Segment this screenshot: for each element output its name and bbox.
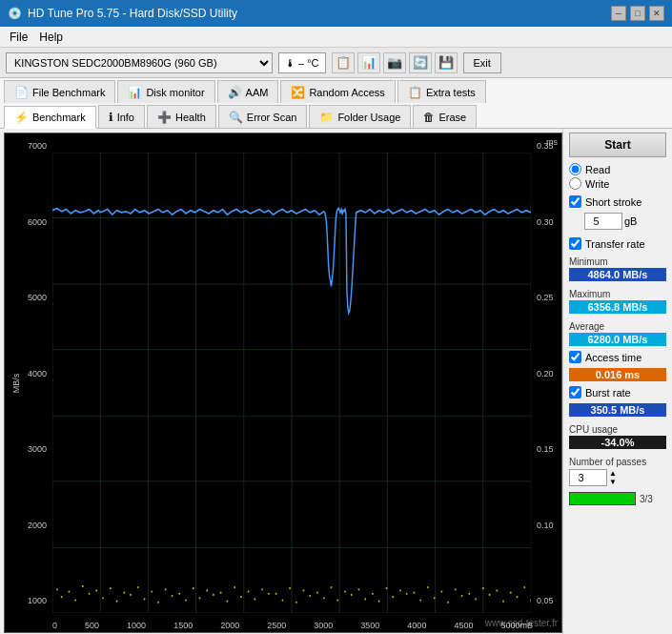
toolbar-icon-2[interactable]: 📊: [357, 52, 380, 73]
tab-folder-usage[interactable]: 📁 Folder Usage: [309, 105, 411, 128]
tab-file-benchmark[interactable]: 📄 File Benchmark: [4, 80, 115, 103]
svg-point-41: [364, 598, 366, 600]
y-label-1000: 1000: [7, 596, 51, 605]
access-time-checkbox[interactable]: [569, 351, 581, 363]
radio-read-row: Read: [569, 163, 666, 175]
burst-rate-checkbox[interactable]: [569, 386, 581, 399]
x-label-4000: 4000: [407, 621, 426, 630]
menu-file[interactable]: File: [4, 29, 33, 46]
svg-point-45: [419, 599, 421, 601]
svg-point-83: [455, 588, 457, 590]
tab-disk-monitor-label: Disk monitor: [146, 87, 204, 98]
progress-bar-container: 3/3: [569, 492, 666, 505]
passes-up-icon[interactable]: ▲▼: [609, 469, 617, 486]
average-label: Average: [569, 321, 666, 332]
svg-point-66: [220, 592, 222, 594]
burst-rate-label: Burst rate: [585, 387, 631, 399]
minimum-section: Minimum 4864.0 MB/s: [569, 254, 666, 282]
svg-point-88: [523, 586, 525, 588]
tab-error-scan[interactable]: 🔍 Error Scan: [218, 105, 308, 128]
y-label-2000: 2000: [7, 521, 51, 530]
tab-random-access-label: Random Access: [309, 87, 384, 98]
radio-write[interactable]: [569, 177, 581, 190]
x-label-4500: 4500: [454, 621, 473, 630]
toolbar-icon-3[interactable]: 📷: [383, 52, 406, 73]
x-label-2500: 2500: [267, 621, 286, 630]
disk-monitor-icon: 📊: [128, 86, 142, 99]
y-label-right-020: 0.20: [535, 369, 560, 378]
tab-erase[interactable]: 🗑 Erase: [413, 105, 477, 128]
radio-group: Read Write: [569, 163, 666, 190]
svg-point-76: [358, 588, 360, 590]
chart-area: MB/s 7000 6000 5000 4000 3000 2000 1000 …: [4, 133, 562, 633]
exit-button[interactable]: Exit: [463, 52, 501, 73]
tab-aam[interactable]: 🔊 AAM: [217, 80, 279, 103]
random-access-icon: 🔀: [291, 86, 305, 99]
short-stroke-checkbox[interactable]: [569, 195, 581, 208]
short-stroke-label: Short stroke: [585, 196, 641, 208]
tab-health[interactable]: ➕ Health: [147, 105, 216, 128]
y-axis-right-label: ms: [546, 137, 558, 147]
y-label-right-025: 0.25: [535, 293, 560, 302]
passes-input[interactable]: [569, 469, 607, 486]
x-label-3000: 3000: [314, 621, 333, 630]
svg-point-77: [372, 593, 374, 595]
svg-point-25: [144, 598, 146, 600]
svg-point-46: [434, 597, 436, 599]
radio-read[interactable]: [569, 163, 581, 175]
toolbar-icons: 📋 📊 📷 🔄 💾: [332, 52, 458, 73]
svg-point-62: [165, 588, 167, 590]
toolbar-icon-5[interactable]: 💾: [435, 52, 458, 73]
svg-point-44: [406, 593, 408, 595]
tab-benchmark[interactable]: ⚡ Benchmark: [4, 106, 96, 129]
access-time-row: Access time: [569, 351, 666, 363]
radio-write-label: Write: [585, 178, 609, 190]
svg-point-31: [226, 601, 228, 603]
tab-file-benchmark-label: File Benchmark: [32, 87, 105, 98]
start-button[interactable]: Start: [569, 133, 666, 157]
minimum-value: 4864.0 MB/s: [569, 268, 666, 281]
window-title: HD Tune Pro 5.75 - Hard Disk/SSD Utility: [28, 7, 237, 20]
y-label-5000: 5000: [7, 293, 51, 302]
maximum-value: 6356.8 MB/s: [569, 300, 666, 314]
maximum-label: Maximum: [569, 289, 666, 299]
svg-point-65: [206, 589, 208, 591]
tab-random-access[interactable]: 🔀 Random Access: [280, 80, 395, 103]
benchmark-icon: ⚡: [14, 111, 29, 124]
svg-point-72: [303, 589, 305, 591]
svg-point-38: [323, 597, 325, 599]
watermark: www.ssd-tester.fr: [485, 618, 558, 628]
svg-point-87: [510, 592, 512, 594]
cpu-usage-label: CPU usage: [569, 424, 666, 435]
svg-point-28: [185, 599, 187, 601]
tab-info[interactable]: ℹ Info: [98, 105, 145, 128]
temp-display: 🌡 – °C: [278, 52, 326, 73]
toolbar-icon-1[interactable]: 📋: [332, 52, 355, 73]
maximize-button[interactable]: □: [630, 6, 645, 21]
tab-row-2: ⚡ Benchmark ℹ Info ➕ Health 🔍 Error Scan…: [0, 103, 672, 128]
drive-select[interactable]: KINGSTON SEDC2000BM8960G (960 GB): [6, 52, 273, 73]
transfer-rate-checkbox[interactable]: [569, 237, 581, 250]
svg-point-26: [157, 602, 159, 603]
tab-disk-monitor[interactable]: 📊 Disk monitor: [117, 80, 214, 103]
passes-row: ▲▼: [569, 469, 666, 486]
svg-point-21: [89, 593, 91, 595]
svg-point-59: [123, 592, 125, 594]
svg-point-24: [130, 594, 132, 596]
short-stroke-input[interactable]: [584, 213, 622, 230]
svg-point-75: [344, 590, 346, 592]
menu-help[interactable]: Help: [33, 29, 69, 46]
cpu-usage-value: -34.0%: [569, 436, 666, 449]
tab-folder-usage-label: Folder Usage: [337, 112, 400, 123]
svg-point-43: [392, 596, 394, 598]
tab-extra-tests[interactable]: 📋 Extra tests: [397, 80, 486, 103]
average-section: Average 6280.0 MB/s: [569, 318, 666, 347]
main-content: MB/s 7000 6000 5000 4000 3000 2000 1000 …: [0, 129, 672, 634]
close-button[interactable]: ✕: [649, 6, 664, 21]
short-stroke-unit: gB: [624, 215, 637, 227]
info-icon: ℹ: [109, 111, 113, 124]
radio-write-row: Write: [569, 177, 666, 190]
minimize-button[interactable]: ─: [611, 6, 626, 21]
toolbar-icon-4[interactable]: 🔄: [409, 52, 432, 73]
title-bar: 💿 HD Tune Pro 5.75 - Hard Disk/SSD Utili…: [0, 0, 672, 27]
